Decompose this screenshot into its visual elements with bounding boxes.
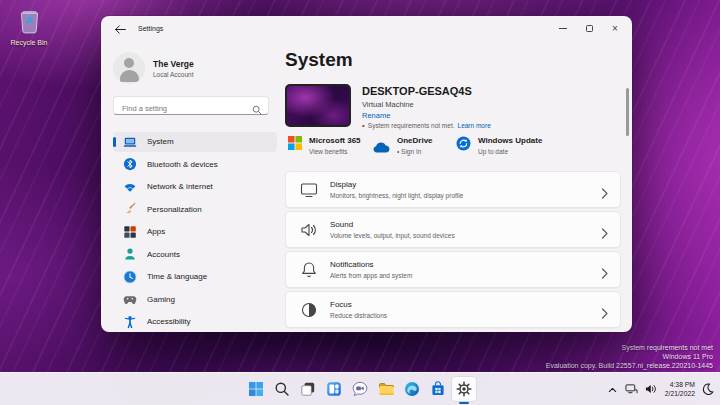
sidebar-item-accessibility[interactable]: Accessibility (113, 312, 277, 332)
store-icon (430, 381, 446, 397)
network-icon[interactable] (625, 381, 638, 399)
folder-icon (378, 381, 394, 397)
recycle-bin-shortcut[interactable]: Recycle Bin (6, 8, 52, 46)
desktop-watermark: System requirements not met Windows 11 P… (546, 343, 713, 370)
tray-chevron-up-icon[interactable] (607, 381, 618, 399)
edge-icon (404, 381, 420, 397)
minimize-button[interactable] (550, 20, 576, 37)
settings-window: Settings × The Verge Local Account (101, 16, 632, 332)
card-subtitle: Volume levels, output, input, sound devi… (330, 232, 455, 239)
sound-icon (299, 220, 319, 240)
bell-icon (299, 260, 319, 280)
watermark-line-2: Windows 11 Pro (546, 352, 713, 361)
sidebar-item-system[interactable]: System (113, 132, 277, 152)
widgets-button[interactable] (322, 377, 346, 401)
close-icon: × (612, 24, 618, 34)
desktop: Recycle Bin System requirements not met … (0, 0, 720, 405)
sidebar-item-bluetooth-devices[interactable]: Bluetooth & devices (113, 155, 277, 175)
volume-icon[interactable] (645, 381, 658, 399)
brush-icon (123, 202, 137, 216)
card-title: Notifications (330, 260, 412, 269)
edge-browser-button[interactable] (400, 377, 424, 401)
start-button[interactable] (244, 377, 268, 401)
focus-icon (299, 300, 319, 320)
rename-link[interactable]: Rename (362, 111, 390, 120)
gear-icon (456, 381, 472, 397)
scrollbar[interactable] (626, 88, 629, 136)
device-warning: • System requirements not met. Learn mor… (362, 122, 491, 129)
maximize-button[interactable] (576, 20, 602, 37)
card-title: Sound (330, 220, 455, 229)
back-arrow-icon (114, 24, 127, 35)
taskbar-search-button[interactable] (270, 377, 294, 401)
close-button[interactable]: × (602, 20, 628, 37)
quick-link-title: OneDrive (397, 136, 433, 145)
sidebar-item-apps[interactable]: Apps (113, 222, 277, 242)
windows-update-icon (456, 136, 471, 155)
quick-link-subtitle: • Sign In (397, 148, 433, 155)
page-title: System (285, 49, 353, 71)
card-focus[interactable]: Focus Reduce distractions (285, 291, 621, 328)
card-subtitle: Reduce distractions (330, 312, 387, 319)
clock-date: 2/21/2022 (665, 390, 695, 399)
sidebar-item-label: System (147, 137, 174, 146)
gamepad-icon (123, 292, 137, 306)
sidebar-item-personalization[interactable]: Personalization (113, 200, 277, 220)
quick-link-windows-update[interactable]: Windows Update Up to date (456, 136, 542, 157)
window-controls: × (550, 20, 628, 37)
account-header[interactable]: The Verge Local Account (113, 52, 194, 84)
sidebar-item-label: Accounts (147, 250, 180, 259)
clock-time: 4:38 PM (665, 381, 695, 390)
user-name: The Verge (153, 59, 194, 69)
sidebar-item-accounts[interactable]: Accounts (113, 245, 277, 265)
chevron-right-icon (601, 185, 608, 203)
device-type: Virtual Machine (362, 100, 414, 109)
windows-logo-icon (248, 381, 264, 397)
taskbar-clock[interactable]: 4:38 PM 2/21/2022 (665, 381, 695, 398)
chevron-right-icon (601, 225, 608, 243)
chevron-right-icon (601, 305, 608, 323)
chat-button[interactable] (348, 377, 372, 401)
sidebar-item-network-internet[interactable]: Network & internet (113, 177, 277, 197)
clock-globe-icon (123, 270, 137, 284)
taskbar-app-icons (244, 377, 476, 401)
quick-link-onedrive[interactable]: OneDrive • Sign In (373, 136, 456, 157)
quick-link-subtitle: Up to date (478, 148, 542, 155)
card-subtitle: Monitors, brightness, night light, displ… (330, 192, 463, 199)
card-sound[interactable]: Sound Volume levels, output, input, soun… (285, 211, 621, 248)
task-view-button[interactable] (296, 377, 320, 401)
chat-icon (352, 381, 368, 397)
sidebar-item-label: Gaming (147, 295, 175, 304)
microsoft-store-button[interactable] (426, 377, 450, 401)
widgets-icon (326, 381, 342, 397)
watermark-line-1: System requirements not met (546, 343, 713, 352)
sidebar-item-time-language[interactable]: Time & language (113, 267, 277, 287)
recycle-bin-icon (17, 20, 42, 37)
back-button[interactable] (114, 23, 130, 35)
settings-app-button[interactable] (452, 377, 476, 401)
wifi-icon (123, 180, 137, 194)
do-not-disturb-moon-icon[interactable] (702, 381, 714, 399)
window-title: Settings (138, 25, 163, 32)
taskbar: 4:38 PM 2/21/2022 (0, 372, 720, 405)
apps-icon (123, 225, 137, 239)
sidebar-item-label: Personalization (147, 205, 202, 214)
card-notifications[interactable]: Notifications Alerts from apps and syste… (285, 251, 621, 288)
card-title: Focus (330, 300, 387, 309)
learn-more-link[interactable]: Learn more (458, 122, 491, 129)
watermark-line-3: Evaluation copy. Build 22557.ni_release.… (546, 361, 713, 370)
card-display[interactable]: Display Monitors, brightness, night ligh… (285, 171, 621, 208)
maximize-icon (586, 25, 593, 32)
sidebar-item-gaming[interactable]: Gaming (113, 290, 277, 310)
accessibility-icon (123, 315, 137, 329)
card-subtitle: Alerts from apps and system (330, 272, 412, 279)
display-icon (299, 180, 319, 200)
search-icon (252, 101, 262, 119)
search-input[interactable] (114, 100, 268, 117)
quick-links-row: Microsoft 365 View benefits OneDrive • S… (288, 136, 542, 157)
warning-dot-icon: • (362, 123, 365, 129)
quick-link-microsoft-365[interactable]: Microsoft 365 View benefits (288, 136, 373, 157)
file-explorer-button[interactable] (374, 377, 398, 401)
device-name: DESKTOP-GESAQ4S (362, 85, 472, 97)
sidebar-item-label: Network & internet (147, 182, 213, 191)
